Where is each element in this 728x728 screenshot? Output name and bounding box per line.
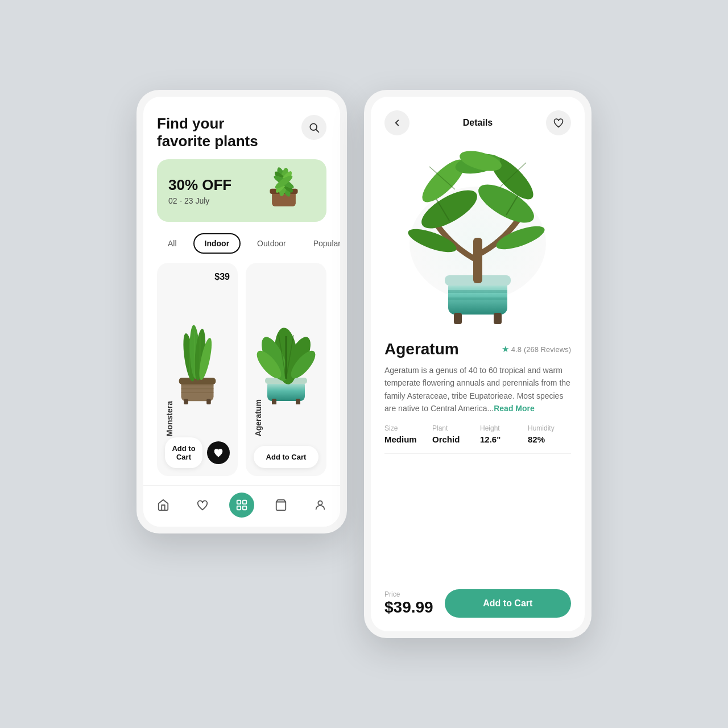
- detail-plant-svg: [398, 147, 557, 329]
- browse-screen: Find your favorite plants 30% OFF 02 - 2…: [136, 90, 347, 533]
- detail-description: Ageratum is a genus of 40 to 60 tropical…: [384, 364, 571, 415]
- detail-name-row: Ageratum ★ 4.8 (268 Reviews): [384, 340, 571, 358]
- add-to-cart-monstera[interactable]: Add to Cart: [165, 437, 202, 468]
- detail-content: Ageratum ★ 4.8 (268 Reviews) Ageratum is…: [371, 340, 585, 580]
- product-name-ageratum: Ageratum: [254, 399, 263, 436]
- browse-screen-inner: Find your favorite plants 30% OFF 02 - 2…: [143, 97, 340, 527]
- detail-plant-hero: [371, 135, 585, 340]
- bottom-nav: [143, 485, 340, 527]
- ageratum-plant-image: [254, 278, 318, 440]
- category-tabs: All Indoor Outdoor Popular: [143, 233, 340, 263]
- nav-profile[interactable]: [308, 493, 333, 518]
- svg-rect-16: [206, 399, 211, 404]
- tab-all[interactable]: All: [157, 234, 188, 253]
- specs-grid: Size Medium Plant Orchid Height 12.6" Hu…: [384, 424, 571, 454]
- svg-rect-48: [494, 313, 502, 324]
- back-button[interactable]: [384, 110, 410, 135]
- spec-plant: Plant Orchid: [432, 424, 475, 444]
- svg-rect-15: [184, 399, 188, 404]
- promo-banner: 30% OFF 02 - 23 July: [157, 159, 326, 222]
- price-label: Price: [384, 590, 433, 598]
- svg-rect-14: [181, 392, 214, 393]
- product-card-monstera: $39: [157, 263, 238, 476]
- svg-rect-26: [272, 399, 276, 404]
- detail-favorite-button[interactable]: [546, 110, 571, 135]
- detail-screen-inner: Details: [371, 97, 585, 631]
- promo-dates: 02 - 23 July: [168, 196, 231, 205]
- favorite-button-monstera[interactable]: [207, 441, 230, 464]
- detail-screen: Details: [364, 90, 592, 638]
- svg-line-1: [316, 130, 319, 133]
- spec-size: Size Medium: [384, 424, 428, 444]
- search-button[interactable]: [301, 115, 326, 140]
- price-cart-row: Price $39.99 Add to Cart: [371, 580, 585, 631]
- nav-home[interactable]: [151, 493, 176, 518]
- svg-rect-45: [448, 290, 507, 293]
- svg-point-41: [318, 501, 322, 505]
- screens-container: Find your favorite plants 30% OFF 02 - 2…: [136, 90, 592, 638]
- browse-header: Find your favorite plants: [143, 97, 340, 159]
- svg-rect-12: [181, 384, 214, 385]
- svg-rect-27: [296, 399, 300, 404]
- price-value: $39.99: [384, 598, 433, 617]
- add-to-cart-ageratum[interactable]: Add to Cart: [254, 446, 318, 468]
- rating-block: ★ 4.8 (268 Reviews): [502, 344, 571, 354]
- card-footer-monstera: Add to Cart: [165, 437, 230, 468]
- star-icon: ★: [502, 344, 509, 354]
- nav-scan[interactable]: [229, 493, 254, 518]
- tab-popular[interactable]: Popular: [303, 234, 340, 253]
- product-grid: $39: [143, 263, 340, 485]
- read-more-link[interactable]: Read More: [494, 404, 535, 413]
- detail-header: Details: [371, 97, 585, 135]
- spec-humidity: Humidity 82%: [528, 424, 571, 444]
- browse-title: Find your favorite plants: [157, 115, 258, 150]
- add-to-cart-detail-button[interactable]: Add to Cart: [445, 589, 571, 618]
- svg-rect-38: [237, 506, 241, 510]
- product-price-monstera: $39: [165, 272, 230, 282]
- promo-plant-image: [247, 159, 321, 210]
- nav-cart[interactable]: [268, 493, 293, 518]
- svg-rect-13: [181, 388, 214, 389]
- price-block: Price $39.99: [384, 590, 433, 617]
- promo-discount: 30% OFF: [168, 176, 231, 194]
- rating-value: 4.8: [511, 345, 522, 354]
- svg-rect-37: [243, 500, 246, 504]
- svg-rect-47: [454, 313, 462, 324]
- product-card-ageratum: Ageratum Add to Cart: [246, 263, 326, 476]
- svg-rect-36: [237, 500, 241, 504]
- tab-outdoor[interactable]: Outdoor: [246, 234, 297, 253]
- detail-plant-name: Ageratum: [384, 340, 459, 358]
- svg-rect-39: [243, 506, 246, 510]
- detail-page-title: Details: [463, 118, 493, 128]
- spec-height: Height 12.6": [480, 424, 523, 444]
- product-name-monstera: Monstera: [165, 401, 174, 436]
- nav-favorites[interactable]: [190, 493, 215, 518]
- svg-rect-46: [448, 297, 507, 300]
- reviews-count: (268 Reviews): [524, 345, 571, 354]
- monstera-plant-image: [165, 288, 230, 432]
- tab-indoor[interactable]: Indoor: [193, 233, 241, 254]
